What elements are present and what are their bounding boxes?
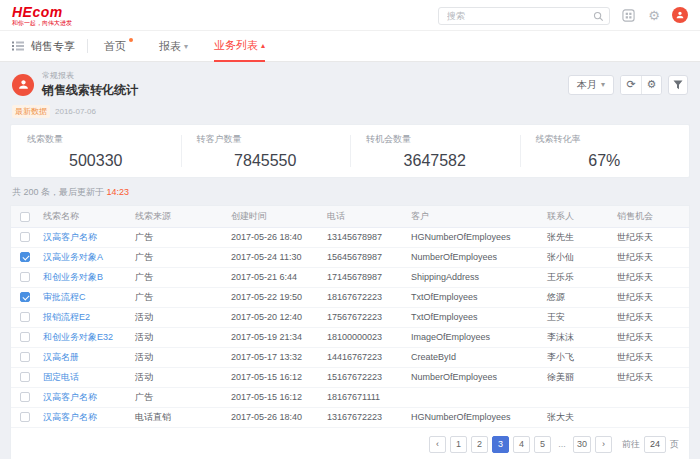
col-header-phone: 电话 (321, 206, 405, 227)
lead-name-link[interactable]: 汉高名册 (43, 352, 79, 362)
page-button-3-active[interactable]: 3 (492, 436, 509, 453)
filter-button[interactable] (668, 75, 688, 95)
lead-contact (541, 387, 611, 407)
table-row[interactable]: 汉高客户名称 广告 2017-05-26 18:40 13145678987 H… (11, 227, 689, 247)
row-checkbox[interactable] (20, 312, 30, 322)
table-row[interactable]: 和创业务对象E32 活动 2017-05-19 21:34 1810000002… (11, 327, 689, 347)
lead-opportunity: 世纪乐天 (611, 307, 689, 327)
menu-grid-icon[interactable] (12, 40, 24, 52)
next-page-button[interactable]: › (595, 436, 612, 453)
table-row[interactable]: 报销流程E2 活动 2017-05-20 12:40 17567672223 T… (11, 307, 689, 327)
table-row[interactable]: 和创业务对象B 广告 2017-05-21 6:44 17145678987 S… (11, 267, 689, 287)
lead-phone: 15645678987 (321, 247, 405, 267)
lead-name-link[interactable]: 汉高客户名称 (43, 412, 97, 422)
row-checkbox[interactable] (20, 392, 30, 402)
row-checkbox[interactable] (20, 232, 30, 242)
leads-table: 线索名称 线索来源 创建时间 电话 客户 联系人 销售机会 汉高客户名称 广告 … (11, 206, 689, 428)
row-checkbox[interactable] (20, 412, 30, 422)
row-checkbox[interactable] (20, 352, 30, 362)
row-checkbox[interactable] (20, 372, 30, 382)
gear-icon: ⚙ (647, 79, 657, 90)
user-avatar[interactable] (672, 7, 688, 23)
row-checkbox[interactable] (20, 292, 30, 302)
stat-conversion-rate: 线索转化率 67% (520, 125, 690, 177)
lead-opportunity: 世纪乐天 (611, 347, 689, 367)
nav-item-business-list[interactable]: 业务列表 ▴ (214, 31, 265, 62)
lead-opportunity: 世纪乐天 (611, 267, 689, 287)
page-button-2[interactable]: 2 (471, 436, 488, 453)
gear-icon[interactable]: ⚙ (646, 7, 662, 23)
main-content: 常规报表 销售线索转化统计 本月 ▾ ⟳ ⚙ 最新数据 2016-07-06 线… (0, 62, 700, 459)
goto-page-input[interactable] (644, 436, 666, 453)
col-header-created: 创建时间 (225, 206, 321, 227)
apps-icon[interactable] (620, 7, 636, 23)
row-checkbox[interactable] (20, 252, 30, 262)
product-switcher[interactable]: 销售专享 (31, 39, 75, 54)
table-row[interactable]: 汉高客户名称 广告 2017-05-15 16:12 18167671111 (11, 387, 689, 407)
search-icon[interactable] (593, 8, 604, 26)
lead-name-link[interactable]: 固定电话 (43, 372, 79, 382)
stat-opportunities: 转机会数量 3647582 (350, 125, 520, 177)
nav-item-reports[interactable]: 报表 ▾ (159, 31, 188, 62)
prev-page-button[interactable]: ‹ (429, 436, 446, 453)
lead-name-link[interactable]: 汉高客户名称 (43, 232, 97, 242)
lead-name-link[interactable]: 和创业务对象E32 (43, 332, 113, 342)
report-category: 常规报表 (42, 70, 138, 81)
table-row[interactable]: 固定电话 活动 2017-05-15 16:12 15167672223 Num… (11, 367, 689, 387)
stat-customers: 转客户数量 7845550 (181, 125, 351, 177)
lead-source: 广告 (129, 287, 225, 307)
lead-created: 2017-05-20 12:40 (225, 307, 321, 327)
lead-customer (405, 387, 541, 407)
row-checkbox[interactable] (20, 332, 30, 342)
refresh-button[interactable]: ⟳ (621, 76, 641, 94)
lead-source: 电话直销 (129, 407, 225, 427)
table-row[interactable]: 汉高客户名称 电话直销 2017-05-26 18:40 13167672223… (11, 407, 689, 427)
latest-data-label: 最新数据 (12, 105, 50, 118)
lead-source: 活动 (129, 367, 225, 387)
lead-contact: 李小飞 (541, 347, 611, 367)
lead-phone: 18100000023 (321, 327, 405, 347)
col-header-name: 线索名称 (37, 206, 129, 227)
lead-opportunity (611, 387, 689, 407)
logo[interactable]: HEcom 和你一起，向伟大进发 (12, 5, 72, 26)
lead-created: 2017-05-26 18:40 (225, 227, 321, 247)
table-row[interactable]: 汉高名册 活动 2017-05-17 13:32 14416767223 Cre… (11, 347, 689, 367)
lead-name-link[interactable]: 和创业务对象B (43, 272, 103, 282)
lead-name-link[interactable]: 汉高业务对象A (43, 252, 103, 262)
lead-customer: NumberOfEmployees (405, 367, 541, 387)
lead-contact: 张先生 (541, 227, 611, 247)
col-header-customer: 客户 (405, 206, 541, 227)
lead-customer: HGNumberOfEmployees (405, 227, 541, 247)
lead-phone: 14416767223 (321, 347, 405, 367)
logo-text: HEcom (12, 5, 72, 19)
page-button-1[interactable]: 1 (450, 436, 467, 453)
lead-name-link[interactable]: 审批流程C (43, 292, 86, 302)
lead-phone: 17567672223 (321, 307, 405, 327)
lead-phone: 13167672223 (321, 407, 405, 427)
lead-source: 广告 (129, 267, 225, 287)
lead-contact: 悠源 (541, 287, 611, 307)
settings-button[interactable]: ⚙ (641, 76, 661, 94)
table-row[interactable]: 汉高业务对象A 广告 2017-05-24 11:30 15645678987 … (11, 247, 689, 267)
row-checkbox[interactable] (20, 272, 30, 282)
result-summary: 共 200 条，最后更新于 14:23 (12, 186, 688, 199)
lead-name-link[interactable]: 汉高客户名称 (43, 392, 97, 402)
table-header-row: 线索名称 线索来源 创建时间 电话 客户 联系人 销售机会 (11, 206, 689, 227)
latest-data-row: 最新数据 2016-07-06 (12, 105, 688, 118)
page-header: 常规报表 销售线索转化统计 本月 ▾ ⟳ ⚙ (12, 70, 688, 99)
lead-source: 活动 (129, 347, 225, 367)
page-button-5[interactable]: 5 (534, 436, 551, 453)
lead-source: 活动 (129, 327, 225, 347)
page-button-last[interactable]: 30 (573, 436, 591, 453)
search-input[interactable] (438, 7, 610, 25)
page-button-4[interactable]: 4 (513, 436, 530, 453)
lead-name-link[interactable]: 报销流程E2 (43, 312, 90, 322)
nav-item-home[interactable]: 首页 (104, 31, 133, 62)
select-all-checkbox[interactable] (20, 212, 30, 222)
lead-contact: 徐美丽 (541, 367, 611, 387)
period-dropdown[interactable]: 本月 ▾ (568, 75, 614, 95)
lead-customer: ShippingAddress (405, 267, 541, 287)
table-row[interactable]: 审批流程C 广告 2017-05-22 19:50 18167672223 Tx… (11, 287, 689, 307)
lead-source: 广告 (129, 247, 225, 267)
lead-created: 2017-05-15 16:12 (225, 387, 321, 407)
